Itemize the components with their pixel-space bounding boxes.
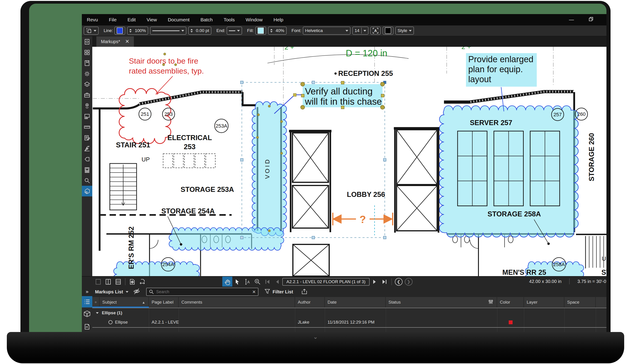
single-pane-icon[interactable]: [93, 276, 103, 287]
column-page-label[interactable]: Page Label: [149, 297, 179, 308]
row-color-chip[interactable]: [509, 320, 513, 324]
tab-close-icon[interactable]: ✕: [125, 38, 129, 44]
group-chevron-icon[interactable]: [96, 312, 99, 314]
drawing-canvas[interactable]: Stair doors to be fire rated assemblies,…: [92, 47, 606, 276]
screenshot-stage: Revu File Edit View Document Batch Tools…: [0, 0, 631, 364]
dimension-text[interactable]: D = 120 in: [346, 48, 387, 58]
3d-model-icon[interactable]: [82, 186, 92, 196]
callout-line1[interactable]: Verify all ducting: [305, 86, 373, 96]
column-author[interactable]: Author: [295, 297, 325, 308]
hide-markups-icon[interactable]: [133, 288, 140, 296]
menu-help[interactable]: Help: [273, 17, 283, 22]
fit-page-icon[interactable]: [127, 276, 137, 287]
fill-color-button[interactable]: [255, 26, 266, 35]
first-page-icon[interactable]: [262, 276, 272, 287]
markups-search[interactable]: ✕: [146, 288, 258, 296]
equip-note-line1[interactable]: Provide enlarged: [468, 54, 533, 64]
tool-mode-dropdown[interactable]: [84, 26, 99, 35]
previous-page-icon[interactable]: [272, 276, 282, 287]
column-layer[interactable]: Layer: [524, 297, 564, 308]
line-style-dropdown[interactable]: [150, 26, 186, 35]
pan-hand-tool[interactable]: [222, 276, 232, 287]
markups-list-title[interactable]: Markups List: [95, 289, 123, 294]
filter-list-label[interactable]: Filter List: [272, 289, 293, 294]
equip-note-line2[interactable]: plan for equip.: [468, 64, 523, 74]
chevron-down-icon[interactable]: [126, 291, 128, 293]
autosize-text-button[interactable]: A: [370, 26, 381, 35]
menu-revu[interactable]: Revu: [87, 17, 98, 22]
thumbnails-icon[interactable]: [82, 47, 92, 58]
javascript-tab-icon[interactable]: JS: [82, 320, 92, 333]
bookmarks-icon[interactable]: [82, 58, 92, 68]
column-settings-icon[interactable]: [488, 299, 493, 306]
menu-document[interactable]: Document: [168, 17, 190, 22]
tab-markups[interactable]: Markups* ✕: [96, 36, 134, 47]
menu-batch[interactable]: Batch: [200, 17, 213, 22]
measurements-ruler-icon[interactable]: [82, 122, 92, 132]
question-mark-label[interactable]: ?: [360, 214, 366, 225]
previous-view-icon[interactable]: ❮: [394, 276, 404, 287]
group-row-ellipse[interactable]: Ellipse (1): [92, 308, 606, 318]
last-page-icon[interactable]: [380, 276, 390, 287]
line-end-dropdown[interactable]: [227, 26, 242, 35]
next-view-icon[interactable]: ❯: [404, 276, 414, 287]
font-size-dropdown[interactable]: 14: [352, 26, 369, 35]
style-dropdown[interactable]: Style: [395, 26, 414, 35]
column-subject[interactable]: Subject ▲: [100, 297, 149, 308]
menu-window[interactable]: Window: [246, 17, 263, 22]
line-opacity-spinner[interactable]: 100%: [127, 26, 148, 35]
restore-icon[interactable]: [586, 16, 595, 23]
line-width-spinner[interactable]: 0.00 pt: [188, 26, 211, 35]
page-label: A2.2.1 - LEVEL 02 FLOOR PLAN (1 of 3): [286, 279, 366, 284]
menu-tools[interactable]: Tools: [224, 17, 235, 22]
page-label-box[interactable]: A2.2.1 - LEVEL 02 FLOOR PLAN (1 of 3): [282, 278, 370, 286]
minimize-icon[interactable]: —: [567, 17, 576, 23]
column-date[interactable]: Date: [325, 297, 386, 308]
red-note-line2[interactable]: rated assemblies, typ.: [129, 66, 204, 75]
line-color-button[interactable]: [114, 26, 125, 35]
collapse-all-icon[interactable]: [92, 297, 100, 308]
markup-summary-icon[interactable]: [82, 132, 92, 143]
equip-note-line3[interactable]: layout: [468, 74, 491, 84]
flags-tag-icon[interactable]: [82, 154, 92, 164]
room-label-electrical: ELECTRICAL: [167, 134, 212, 142]
select-text-tool[interactable]: A: [242, 276, 252, 287]
column-comments[interactable]: Comments: [179, 297, 295, 308]
clear-search-icon[interactable]: ✕: [252, 289, 256, 294]
close-icon[interactable]: ✕: [606, 17, 606, 23]
column-status[interactable]: Status: [386, 297, 497, 308]
menu-file[interactable]: File: [109, 17, 117, 22]
callout-line2[interactable]: will fit in this chase: [304, 96, 382, 107]
places-pin-icon[interactable]: [82, 100, 92, 111]
search-icon[interactable]: [82, 175, 92, 186]
column-space[interactable]: Space: [564, 297, 596, 308]
markup-row-ellipse[interactable]: Ellipse A2.2.1 - LEVE... JLake 11/18/202…: [92, 318, 606, 327]
page-size: 42.00 x 30.00 in: [529, 279, 561, 284]
select-tool[interactable]: [232, 276, 242, 287]
split-horizontal-icon[interactable]: [113, 276, 123, 287]
tool-chest-icon[interactable]: [82, 90, 92, 100]
next-page-icon[interactable]: [370, 276, 380, 287]
zoom-tool[interactable]: [252, 276, 262, 287]
text-color-button[interactable]: [383, 26, 394, 35]
export-share-icon[interactable]: [301, 288, 307, 296]
spaces-icon[interactable]: [82, 111, 92, 122]
file-access-icon[interactable]: [82, 36, 92, 47]
layers-icon[interactable]: [82, 79, 92, 90]
fit-width-icon[interactable]: [137, 276, 147, 287]
menu-edit[interactable]: Edit: [128, 17, 136, 22]
font-dropdown[interactable]: Helvetica: [303, 26, 351, 35]
fill-opacity-spinner[interactable]: 40%: [268, 26, 287, 35]
menu-view[interactable]: View: [147, 17, 157, 22]
search-input[interactable]: [156, 289, 250, 294]
3d-cube-tab-icon[interactable]: 3D: [82, 308, 92, 320]
properties-gear-icon[interactable]: [82, 68, 92, 79]
red-cloud-markup[interactable]: [119, 76, 173, 144]
column-color[interactable]: Color: [497, 297, 524, 308]
markups-list-tab-icon[interactable]: [82, 296, 92, 308]
split-vertical-icon[interactable]: [103, 276, 113, 287]
signature-pen-icon[interactable]: [82, 143, 92, 154]
sets-icon[interactable]: [82, 164, 92, 175]
filter-icon[interactable]: [264, 288, 270, 296]
collapse-panel-left[interactable]: »: [82, 289, 92, 295]
